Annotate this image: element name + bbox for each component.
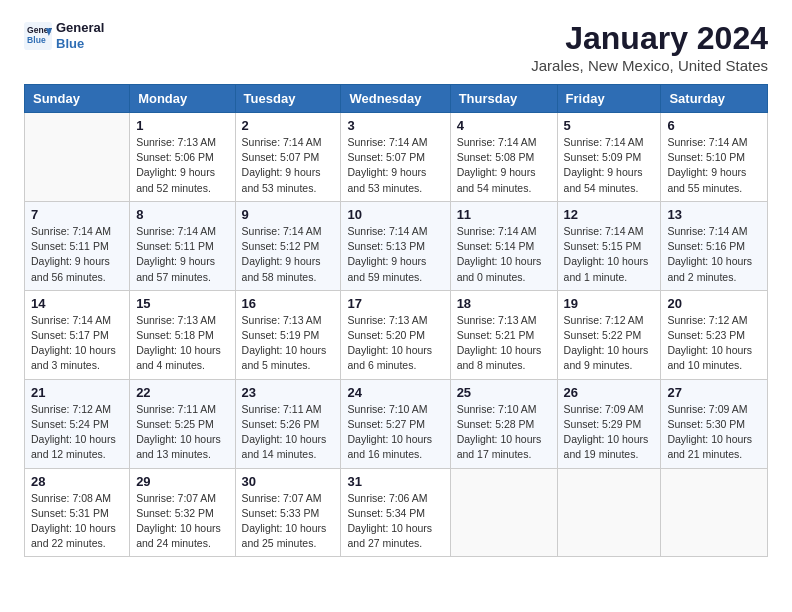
day-info: Sunrise: 7:09 AMSunset: 5:30 PMDaylight:… (667, 402, 761, 463)
day-number: 4 (457, 118, 551, 133)
day-cell: 17Sunrise: 7:13 AMSunset: 5:20 PMDayligh… (341, 290, 450, 379)
day-number: 31 (347, 474, 443, 489)
day-number: 22 (136, 385, 228, 400)
day-info: Sunrise: 7:12 AMSunset: 5:24 PMDaylight:… (31, 402, 123, 463)
day-cell (450, 468, 557, 557)
day-info: Sunrise: 7:13 AMSunset: 5:20 PMDaylight:… (347, 313, 443, 374)
day-number: 23 (242, 385, 335, 400)
main-title: January 2024 (531, 20, 768, 57)
logo-line1: General (56, 20, 104, 36)
day-number: 28 (31, 474, 123, 489)
header-row: SundayMondayTuesdayWednesdayThursdayFrid… (25, 85, 768, 113)
day-info: Sunrise: 7:14 AMSunset: 5:11 PMDaylight:… (31, 224, 123, 285)
day-number: 27 (667, 385, 761, 400)
day-number: 26 (564, 385, 655, 400)
day-cell: 31Sunrise: 7:06 AMSunset: 5:34 PMDayligh… (341, 468, 450, 557)
day-cell: 6Sunrise: 7:14 AMSunset: 5:10 PMDaylight… (661, 113, 768, 202)
day-cell: 13Sunrise: 7:14 AMSunset: 5:16 PMDayligh… (661, 201, 768, 290)
title-area: January 2024 Jarales, New Mexico, United… (531, 20, 768, 74)
day-cell: 21Sunrise: 7:12 AMSunset: 5:24 PMDayligh… (25, 379, 130, 468)
header-cell-saturday: Saturday (661, 85, 768, 113)
logo-line2: Blue (56, 36, 104, 52)
day-cell: 27Sunrise: 7:09 AMSunset: 5:30 PMDayligh… (661, 379, 768, 468)
day-info: Sunrise: 7:07 AMSunset: 5:32 PMDaylight:… (136, 491, 228, 552)
day-cell: 28Sunrise: 7:08 AMSunset: 5:31 PMDayligh… (25, 468, 130, 557)
day-cell: 14Sunrise: 7:14 AMSunset: 5:17 PMDayligh… (25, 290, 130, 379)
day-cell: 29Sunrise: 7:07 AMSunset: 5:32 PMDayligh… (130, 468, 235, 557)
day-cell: 10Sunrise: 7:14 AMSunset: 5:13 PMDayligh… (341, 201, 450, 290)
day-cell: 30Sunrise: 7:07 AMSunset: 5:33 PMDayligh… (235, 468, 341, 557)
day-number: 19 (564, 296, 655, 311)
day-number: 20 (667, 296, 761, 311)
day-cell: 16Sunrise: 7:13 AMSunset: 5:19 PMDayligh… (235, 290, 341, 379)
day-info: Sunrise: 7:14 AMSunset: 5:17 PMDaylight:… (31, 313, 123, 374)
day-number: 29 (136, 474, 228, 489)
day-info: Sunrise: 7:12 AMSunset: 5:23 PMDaylight:… (667, 313, 761, 374)
header-cell-tuesday: Tuesday (235, 85, 341, 113)
week-row-2: 7Sunrise: 7:14 AMSunset: 5:11 PMDaylight… (25, 201, 768, 290)
day-number: 30 (242, 474, 335, 489)
day-info: Sunrise: 7:13 AMSunset: 5:19 PMDaylight:… (242, 313, 335, 374)
logo: General Blue General Blue (24, 20, 104, 51)
day-info: Sunrise: 7:14 AMSunset: 5:13 PMDaylight:… (347, 224, 443, 285)
day-cell: 24Sunrise: 7:10 AMSunset: 5:27 PMDayligh… (341, 379, 450, 468)
day-cell: 5Sunrise: 7:14 AMSunset: 5:09 PMDaylight… (557, 113, 661, 202)
day-cell: 19Sunrise: 7:12 AMSunset: 5:22 PMDayligh… (557, 290, 661, 379)
week-row-4: 21Sunrise: 7:12 AMSunset: 5:24 PMDayligh… (25, 379, 768, 468)
day-cell: 1Sunrise: 7:13 AMSunset: 5:06 PMDaylight… (130, 113, 235, 202)
day-number: 13 (667, 207, 761, 222)
day-number: 5 (564, 118, 655, 133)
day-cell: 8Sunrise: 7:14 AMSunset: 5:11 PMDaylight… (130, 201, 235, 290)
day-number: 7 (31, 207, 123, 222)
logo-icon: General Blue (24, 22, 52, 50)
day-cell: 20Sunrise: 7:12 AMSunset: 5:23 PMDayligh… (661, 290, 768, 379)
day-info: Sunrise: 7:13 AMSunset: 5:18 PMDaylight:… (136, 313, 228, 374)
day-info: Sunrise: 7:14 AMSunset: 5:07 PMDaylight:… (347, 135, 443, 196)
day-cell: 9Sunrise: 7:14 AMSunset: 5:12 PMDaylight… (235, 201, 341, 290)
day-info: Sunrise: 7:14 AMSunset: 5:12 PMDaylight:… (242, 224, 335, 285)
day-number: 3 (347, 118, 443, 133)
day-number: 18 (457, 296, 551, 311)
day-info: Sunrise: 7:06 AMSunset: 5:34 PMDaylight:… (347, 491, 443, 552)
day-number: 24 (347, 385, 443, 400)
header-cell-friday: Friday (557, 85, 661, 113)
day-number: 21 (31, 385, 123, 400)
day-number: 6 (667, 118, 761, 133)
day-info: Sunrise: 7:14 AMSunset: 5:15 PMDaylight:… (564, 224, 655, 285)
day-cell (661, 468, 768, 557)
day-number: 12 (564, 207, 655, 222)
header-cell-thursday: Thursday (450, 85, 557, 113)
header-cell-sunday: Sunday (25, 85, 130, 113)
day-info: Sunrise: 7:14 AMSunset: 5:10 PMDaylight:… (667, 135, 761, 196)
day-number: 17 (347, 296, 443, 311)
day-cell: 18Sunrise: 7:13 AMSunset: 5:21 PMDayligh… (450, 290, 557, 379)
day-number: 8 (136, 207, 228, 222)
day-number: 11 (457, 207, 551, 222)
day-cell: 25Sunrise: 7:10 AMSunset: 5:28 PMDayligh… (450, 379, 557, 468)
calendar-table: SundayMondayTuesdayWednesdayThursdayFrid… (24, 84, 768, 557)
day-info: Sunrise: 7:14 AMSunset: 5:14 PMDaylight:… (457, 224, 551, 285)
day-cell: 15Sunrise: 7:13 AMSunset: 5:18 PMDayligh… (130, 290, 235, 379)
week-row-3: 14Sunrise: 7:14 AMSunset: 5:17 PMDayligh… (25, 290, 768, 379)
day-number: 2 (242, 118, 335, 133)
day-cell: 7Sunrise: 7:14 AMSunset: 5:11 PMDaylight… (25, 201, 130, 290)
day-info: Sunrise: 7:10 AMSunset: 5:28 PMDaylight:… (457, 402, 551, 463)
week-row-5: 28Sunrise: 7:08 AMSunset: 5:31 PMDayligh… (25, 468, 768, 557)
subtitle: Jarales, New Mexico, United States (531, 57, 768, 74)
day-number: 10 (347, 207, 443, 222)
day-cell: 12Sunrise: 7:14 AMSunset: 5:15 PMDayligh… (557, 201, 661, 290)
day-info: Sunrise: 7:09 AMSunset: 5:29 PMDaylight:… (564, 402, 655, 463)
day-cell: 3Sunrise: 7:14 AMSunset: 5:07 PMDaylight… (341, 113, 450, 202)
day-cell: 23Sunrise: 7:11 AMSunset: 5:26 PMDayligh… (235, 379, 341, 468)
day-number: 9 (242, 207, 335, 222)
day-info: Sunrise: 7:14 AMSunset: 5:08 PMDaylight:… (457, 135, 551, 196)
header-cell-wednesday: Wednesday (341, 85, 450, 113)
day-number: 14 (31, 296, 123, 311)
day-info: Sunrise: 7:13 AMSunset: 5:21 PMDaylight:… (457, 313, 551, 374)
day-info: Sunrise: 7:10 AMSunset: 5:27 PMDaylight:… (347, 402, 443, 463)
day-number: 16 (242, 296, 335, 311)
day-number: 25 (457, 385, 551, 400)
day-info: Sunrise: 7:14 AMSunset: 5:11 PMDaylight:… (136, 224, 228, 285)
day-info: Sunrise: 7:14 AMSunset: 5:07 PMDaylight:… (242, 135, 335, 196)
day-info: Sunrise: 7:08 AMSunset: 5:31 PMDaylight:… (31, 491, 123, 552)
